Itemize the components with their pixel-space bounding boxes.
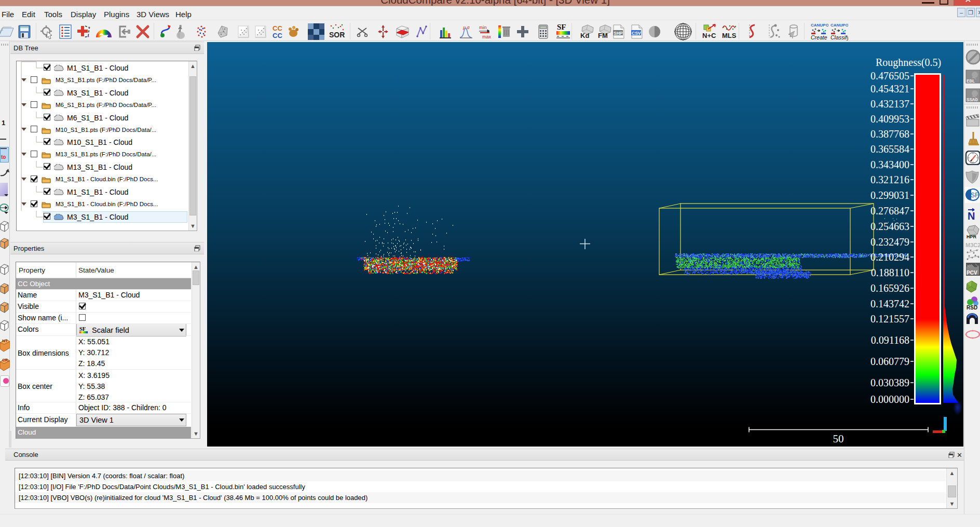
svg-text:M3C2: M3C2 xyxy=(965,242,980,248)
svg-text:SF: SF xyxy=(971,192,978,199)
svg-text:PCV: PCV xyxy=(967,270,977,276)
svg-text:HPR: HPR xyxy=(967,234,977,239)
svg-text:EDL: EDL xyxy=(967,79,975,84)
svg-text:RSD: RSD xyxy=(967,305,977,310)
svg-text:SSAO: SSAO xyxy=(967,98,978,103)
svg-text:N: N xyxy=(968,210,975,220)
